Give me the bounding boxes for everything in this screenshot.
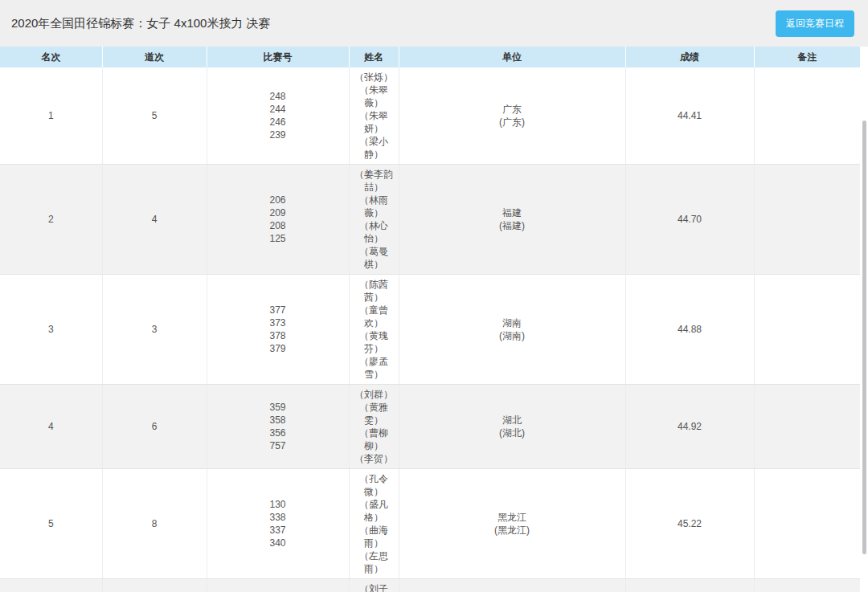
- athlete-name: （黄雅雯）: [350, 401, 398, 427]
- lane-cell: 5: [102, 67, 207, 165]
- page-title: 2020年全国田径锦标赛：女子 4x100米接力 决赛: [11, 16, 271, 31]
- athlete-name: （曲海雨）: [350, 524, 398, 549]
- athlete-name: （林心怡）: [350, 219, 398, 245]
- athlete-name: （梁小静）: [350, 135, 398, 161]
- table-row: 2 4 206 209 208 125 （姜李韵喆） （林雨薇） （林心怡） （…: [0, 165, 860, 275]
- bib-cell: 331 324 328 325: [207, 579, 349, 592]
- names-cell: （张烁） （朱翠薇） （朱翠妍） （梁小静）: [349, 67, 399, 165]
- unit-name: 湖南: [399, 316, 625, 329]
- bib-number: 248: [207, 90, 349, 103]
- unit-sub: (湖南): [399, 329, 625, 342]
- bib-number: 246: [207, 116, 349, 129]
- bib-number: 338: [207, 511, 349, 524]
- bib-number: 337: [207, 524, 349, 537]
- bib-cell: 359 358 356 757: [207, 385, 349, 469]
- athlete-name: （林雨薇）: [350, 194, 398, 219]
- athlete-name: （曹柳柳）: [350, 427, 398, 452]
- rank-cell: 6: [0, 579, 102, 592]
- result-cell: 45.22: [625, 469, 754, 579]
- athlete-name: （葛曼棋）: [350, 245, 398, 271]
- lane-cell: 3: [102, 275, 207, 385]
- lane-cell: 2: [102, 579, 207, 592]
- unit-sub: (广东): [399, 116, 625, 129]
- unit-cell: 湖北 (湖北): [399, 385, 625, 469]
- unit-name: 湖北: [399, 414, 625, 427]
- header-remark: 备注: [754, 47, 860, 67]
- names-cell: （陈茜茜） （童曾欢） （黄瑰芬） （廖孟雪）: [349, 275, 399, 385]
- bib-number: 378: [207, 329, 349, 342]
- table-row: 3 3 377 373 378 379 （陈茜茜） （童曾欢） （黄瑰芬） （廖…: [0, 275, 860, 385]
- result-cell: 44.88: [625, 275, 754, 385]
- bib-number: 239: [207, 129, 349, 141]
- unit-cell: 黑龙江 (黑龙江): [399, 469, 625, 579]
- rank-cell: 5: [0, 469, 102, 579]
- top-bar: 2020年全国田径锦标赛：女子 4x100米接力 决赛 返回竞赛日程: [0, 0, 868, 47]
- unit-sub: (湖北): [399, 427, 625, 439]
- bib-number: 359: [207, 401, 349, 414]
- athlete-name: （刘子怡）: [350, 582, 398, 592]
- athlete-name: （朱翠薇）: [350, 84, 398, 109]
- table-row: 5 8 130 338 337 340 （孔令微） （盛凡格） （曲海雨） （左…: [0, 469, 860, 579]
- athlete-name: （朱翠妍）: [350, 109, 398, 135]
- athlete-name: （廖孟雪）: [350, 355, 398, 381]
- rank-cell: 3: [0, 275, 102, 385]
- vertical-scrollbar[interactable]: [862, 120, 866, 554]
- bib-number: 356: [207, 427, 349, 439]
- athlete-name: （童曾欢）: [350, 304, 398, 329]
- names-cell: （姜李韵喆） （林雨薇） （林心怡） （葛曼棋）: [349, 165, 399, 275]
- remark-cell: [754, 67, 860, 165]
- names-cell: （孔令微） （盛凡格） （曲海雨） （左思雨）: [349, 469, 399, 579]
- bib-cell: 377 373 378 379: [207, 275, 349, 385]
- remark-cell: [754, 165, 860, 275]
- bib-number: 208: [207, 219, 349, 232]
- athlete-name: （李贺）: [350, 452, 398, 465]
- bib-number: 379: [207, 342, 349, 355]
- athlete-name: （张烁）: [350, 71, 398, 84]
- bib-cell: 130 338 337 340: [207, 469, 349, 579]
- bib-number: 757: [207, 439, 349, 452]
- lane-cell: 6: [102, 385, 207, 469]
- lane-cell: 4: [102, 165, 207, 275]
- header-name: 姓名: [349, 47, 399, 67]
- result-cell: 45.57: [625, 579, 754, 592]
- names-cell: （刘群） （黄雅雯） （曹柳柳） （李贺）: [349, 385, 399, 469]
- result-cell: 44.92: [625, 385, 754, 469]
- bib-cell: 206 209 208 125: [207, 165, 349, 275]
- remark-cell: [754, 385, 860, 469]
- unit-name: 广东: [399, 103, 625, 116]
- bib-number: 358: [207, 414, 349, 427]
- table-row: 1 5 248 244 246 239 （张烁） （朱翠薇） （朱翠妍） （梁小…: [0, 67, 860, 165]
- remark-cell: [754, 579, 860, 592]
- athlete-name: （孔令微）: [350, 472, 398, 498]
- athlete-name: （黄瑰芬）: [350, 329, 398, 355]
- athlete-name: （姜李韵喆）: [350, 168, 398, 194]
- athlete-name: （陈茜茜）: [350, 278, 398, 304]
- athlete-name: （刘群）: [350, 388, 398, 401]
- result-cell: 44.41: [625, 67, 754, 165]
- rank-cell: 2: [0, 165, 102, 275]
- result-cell: 44.70: [625, 165, 754, 275]
- bib-number: 209: [207, 206, 349, 219]
- header-bib: 比赛号: [207, 47, 349, 67]
- back-to-schedule-button[interactable]: 返回竞赛日程: [776, 10, 854, 37]
- header-lane: 道次: [102, 47, 207, 67]
- bib-number: 244: [207, 103, 349, 116]
- remark-cell: [754, 469, 860, 579]
- header-unit: 单位: [399, 47, 625, 67]
- unit-cell: 福建 (福建): [399, 165, 625, 275]
- bib-number: 377: [207, 304, 349, 316]
- bib-cell: 248 244 246 239: [207, 67, 349, 165]
- bib-number: 206: [207, 194, 349, 206]
- bib-number: 340: [207, 537, 349, 549]
- unit-cell: 河南 (河南): [399, 579, 625, 592]
- header-result: 成绩: [625, 47, 754, 67]
- table-header-row: 名次 道次 比赛号 姓名 单位 成绩 备注: [0, 47, 860, 67]
- rank-cell: 4: [0, 385, 102, 469]
- bib-number: 373: [207, 316, 349, 329]
- header-rank: 名次: [0, 47, 102, 67]
- rank-cell: 1: [0, 67, 102, 165]
- bib-number: 125: [207, 232, 349, 245]
- remark-cell: [754, 275, 860, 385]
- unit-name: 福建: [399, 206, 625, 219]
- athlete-name: （左思雨）: [350, 549, 398, 575]
